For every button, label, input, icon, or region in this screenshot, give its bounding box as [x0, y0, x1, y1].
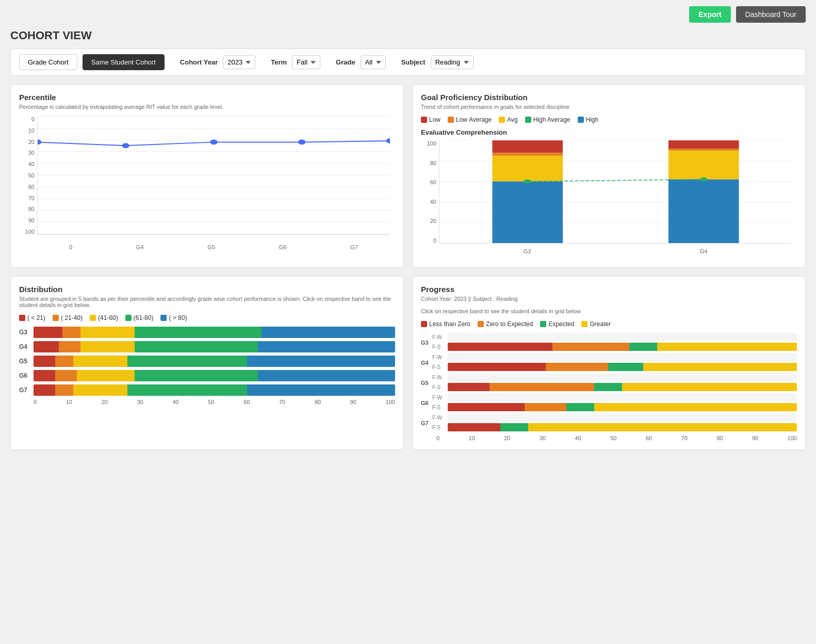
g3-avg-bar[interactable]	[492, 156, 563, 182]
legend-high-avg: High Average	[525, 116, 570, 123]
avg-dot	[499, 117, 505, 123]
progress-chart: G3 F-W F-S	[421, 333, 797, 441]
g3-low-avg-bar[interactable]	[492, 153, 563, 156]
progress-card: Progress Cohort Year: 2023 || Subject : …	[412, 276, 806, 450]
filter-bar: Grade Cohort Same Student Cohort Cohort …	[10, 49, 806, 76]
top-bar: Export Dashboard Tour	[0, 0, 816, 29]
svg-point-2	[210, 139, 217, 144]
g3-high-bar[interactable]	[492, 182, 563, 243]
dist-row-g7: G7	[19, 384, 395, 396]
g3-low-bar[interactable]	[492, 140, 563, 153]
prog-row-g5-fs: F-S	[432, 383, 797, 391]
prog-dot-2	[478, 321, 484, 327]
percentile-line-svg	[38, 116, 390, 234]
dist-dot-3	[90, 315, 96, 321]
cohort-year-label: Cohort Year	[180, 58, 218, 66]
line-chart-area	[37, 116, 390, 235]
svg-point-1	[122, 143, 129, 148]
prog-row-g7-fw: F-W	[432, 413, 797, 422]
term-select[interactable]: Fall	[292, 55, 320, 69]
page-title: COHORT VIEW	[0, 29, 816, 49]
prog-x-axis: 0 10 20 30 40 50 60 70 80 90 100	[436, 435, 797, 441]
dist-bar-g7[interactable]	[34, 384, 395, 396]
goal-y-axis: 0 20 40 60 80 100	[421, 140, 436, 244]
x-axis-labels: 0 G4 G5 G6 G7	[37, 244, 390, 250]
dist-bar-g5[interactable]	[34, 356, 395, 367]
goal-subtitle: Trend of cohort performance in goals for…	[421, 104, 797, 110]
dist-row-g6: G6	[19, 370, 395, 381]
legend-avg: Avg	[499, 116, 517, 123]
goal-chart-container: 0 20 40 60 80 100	[421, 140, 797, 259]
prog-dot-4	[581, 321, 587, 327]
prog-row-g4-fw: F-W	[432, 353, 797, 361]
goal-proficiency-card: Goal Proficiency Distribution Trend of c…	[412, 84, 806, 268]
dist-row-g5: G5	[19, 356, 395, 367]
g4-avg-bar[interactable]	[668, 151, 739, 180]
subject-label: Subject	[401, 58, 426, 66]
prog-row-g3-fs: F-S	[432, 343, 797, 351]
dist-dot-5	[160, 315, 167, 321]
evaluative-comprehension-title: Evaluative Comprehension	[421, 128, 797, 136]
subject-select[interactable]: Reading	[431, 55, 474, 69]
grade-label: Grade	[336, 58, 355, 66]
goal-title: Goal Proficiency Distribution	[421, 93, 797, 102]
dist-legend: ( < 21) ( 21-40) (41-60) (61-80) ( > 80)	[19, 314, 395, 321]
legend-low: Low	[421, 116, 440, 123]
svg-point-0	[38, 139, 41, 144]
high-dot	[578, 117, 584, 123]
g4-high-bar[interactable]	[668, 180, 739, 243]
distribution-subtitle: Student are grouped in 5 bands as per th…	[19, 296, 395, 308]
charts-grid: Percentile Percentage is calculated by e…	[0, 84, 816, 460]
dist-chart: G3 G4	[19, 327, 395, 405]
export-button[interactable]: Export	[689, 6, 730, 23]
prog-row-g6-fs: F-S	[432, 403, 797, 411]
dist-dot-4	[125, 315, 132, 321]
cohort-year-select[interactable]: 2023	[223, 55, 255, 69]
progress-subtitle2: Click on respective band to see the stud…	[421, 308, 797, 314]
legend-low-avg: Low Average	[448, 116, 492, 123]
goal-chart-area	[439, 140, 792, 244]
svg-point-3	[298, 139, 305, 144]
legend-high: High	[578, 116, 599, 123]
goal-x-labels: G3 G4	[439, 244, 792, 259]
grade-select[interactable]: All	[361, 55, 386, 69]
prog-row-g5-fw: F-W	[432, 373, 797, 381]
dist-row-g3: G3	[19, 327, 395, 338]
prog-row-g4-fs: F-S	[432, 363, 797, 371]
progress-subtitle1: Cohort Year: 2023 || Subject : Reading	[421, 296, 797, 302]
dashboard-tour-button[interactable]: Dashboard Tour	[736, 6, 806, 23]
percentile-subtitle: Percentage is calculated by extrapolatin…	[19, 104, 395, 110]
distribution-card: Distribution Student are grouped in 5 ba…	[10, 276, 404, 450]
dist-x-axis: 0 10 20 30 40 50 60 70 80 90 100	[34, 399, 395, 405]
percentile-title: Percentile	[19, 93, 395, 102]
percentile-chart-area: 100 90 80 70 60 50 40 30 20 10 0	[19, 116, 395, 250]
dist-bar-g4[interactable]	[34, 341, 395, 352]
distribution-title: Distribution	[19, 285, 395, 294]
y-axis: 100 90 80 70 60 50 40 30 20 10 0	[19, 116, 35, 235]
progress-legend: Less than Zero Zero to Expected Expected…	[421, 320, 797, 328]
g4-low-bar[interactable]	[668, 140, 739, 149]
dist-dot-1	[19, 315, 25, 321]
percentile-card: Percentile Percentage is calculated by e…	[10, 84, 404, 268]
dist-bar-g6[interactable]	[34, 370, 395, 381]
dist-dot-2	[53, 315, 59, 321]
dist-row-g4: G4	[19, 341, 395, 352]
svg-point-4	[386, 138, 390, 143]
prog-row-g7-fs: F-S	[432, 423, 797, 431]
low-dot	[421, 117, 427, 123]
term-label: Term	[271, 58, 287, 66]
goal-stacked-svg	[439, 140, 792, 243]
goal-legend: Low Low Average Avg High Average High	[421, 116, 797, 123]
prog-dot-1	[421, 321, 427, 327]
high-avg-dot	[525, 117, 531, 123]
dist-bar-g3[interactable]	[34, 327, 395, 338]
low-avg-dot	[448, 117, 454, 123]
grade-cohort-tab[interactable]: Grade Cohort	[19, 54, 77, 70]
prog-row-g3-fw: F-W	[432, 333, 797, 341]
svg-point-11	[700, 178, 707, 182]
prog-row-g6-fw: F-W	[432, 393, 797, 401]
same-student-cohort-tab[interactable]: Same Student Cohort	[83, 54, 165, 70]
progress-title: Progress	[421, 285, 797, 294]
prog-dot-3	[540, 321, 546, 327]
g4-low-avg-bar[interactable]	[668, 149, 739, 151]
